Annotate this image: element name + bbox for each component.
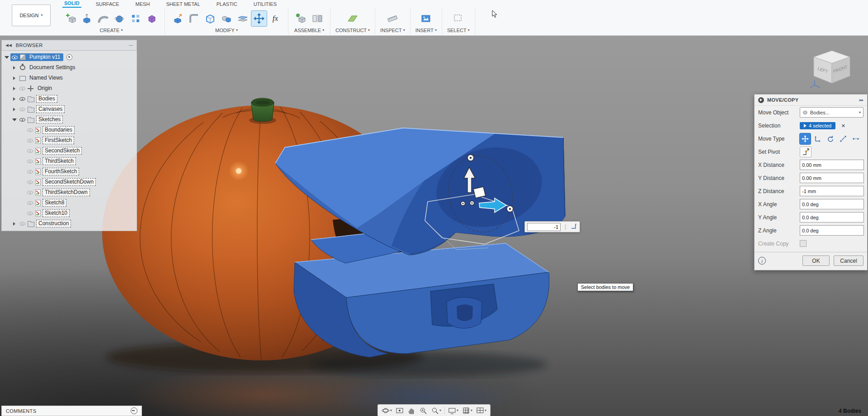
- view-cube[interactable]: LEFT FRONT: [808, 45, 858, 90]
- dialog-header[interactable]: MOVE/COPY ▸▸: [755, 95, 867, 106]
- move-type-free-move-button[interactable]: [800, 133, 811, 144]
- browser-tree-item[interactable]: Pumpkin v11: [2, 52, 137, 62]
- visibility-eye-icon[interactable]: [27, 148, 33, 154]
- visibility-eye-icon[interactable]: [19, 85, 26, 91]
- plane-move-handle[interactable]: [473, 187, 486, 198]
- construct-group-label[interactable]: CONSTRUCT▾: [335, 28, 370, 33]
- create-group-label[interactable]: CREATE▾: [100, 28, 123, 33]
- expand-arrow-icon[interactable]: [12, 86, 17, 91]
- expand-arrow-icon[interactable]: [20, 128, 24, 132]
- orbit-button[interactable]: ▾: [380, 406, 394, 415]
- move-object-dropdown[interactable]: Bodies... ▾: [800, 107, 863, 118]
- extrude-icon[interactable]: [79, 11, 94, 26]
- zoom-window-button[interactable]: ▾: [429, 406, 443, 415]
- field-input[interactable]: [800, 212, 864, 222]
- minimize-panel-icon[interactable]: —: [129, 43, 133, 47]
- move-type-point-to-position-button[interactable]: [850, 133, 861, 144]
- shell-icon[interactable]: [203, 11, 218, 26]
- tab-plastic[interactable]: PLASTIC: [215, 0, 239, 8]
- clear-selection-icon[interactable]: ×: [841, 123, 845, 129]
- expand-arrow-icon[interactable]: [20, 138, 24, 143]
- insert-canvas-icon[interactable]: [418, 11, 434, 26]
- grid-snap-button[interactable]: ▾: [460, 406, 474, 415]
- dock-dialog-icon[interactable]: ▸▸: [859, 98, 863, 102]
- expand-arrow-icon[interactable]: [20, 180, 24, 184]
- select-tool-icon[interactable]: [451, 11, 466, 26]
- combine-icon[interactable]: [219, 11, 234, 26]
- selection-count-badge[interactable]: 4 selected: [800, 122, 835, 129]
- tab-utilities[interactable]: UTILITIES: [252, 0, 278, 8]
- field-input[interactable]: [800, 199, 864, 209]
- collapse-comments-icon[interactable]: [131, 407, 137, 414]
- display-settings-button[interactable]: ▾: [446, 406, 460, 415]
- field-input[interactable]: [800, 173, 864, 183]
- axis-toggle-icon[interactable]: [571, 222, 577, 231]
- offset-distance-input[interactable]: [527, 223, 561, 231]
- browser-tree-item[interactable]: ThirdSketchDown: [2, 187, 137, 198]
- browser-tree-item[interactable]: SecondSketchDown: [2, 177, 137, 187]
- browser-tree-item[interactable]: FourthSketch: [2, 166, 137, 177]
- insert-group-label[interactable]: INSERT▾: [415, 28, 437, 33]
- browser-panel-header[interactable]: ◀◀ BROWSER —: [1, 40, 137, 51]
- expand-arrow-icon[interactable]: [12, 97, 17, 101]
- sweep-icon[interactable]: [95, 11, 111, 26]
- expand-arrow-icon[interactable]: [12, 118, 17, 122]
- tab-solid[interactable]: SOLID: [62, 0, 81, 8]
- parameters-fx-icon[interactable]: fx: [268, 11, 283, 26]
- expand-arrow-icon[interactable]: [20, 201, 24, 205]
- browser-tree-item[interactable]: Canvases: [2, 104, 137, 114]
- revolve-icon[interactable]: [112, 11, 127, 26]
- expand-arrow-icon[interactable]: [12, 222, 17, 226]
- visibility-eye-icon[interactable]: [27, 200, 33, 206]
- zoom-fit-button[interactable]: [417, 406, 429, 415]
- move-type-rotate-button[interactable]: [825, 133, 836, 144]
- browser-tree-item[interactable]: Sketch10: [2, 208, 137, 218]
- inspect-group-label[interactable]: INSPECT▾: [380, 28, 405, 33]
- info-icon[interactable]: i: [758, 257, 766, 265]
- expand-arrow-icon[interactable]: [20, 211, 24, 216]
- browser-tree-item[interactable]: Sketch8: [2, 198, 137, 208]
- cancel-button[interactable]: Cancel: [834, 255, 863, 266]
- browser-tree-item[interactable]: FirstSketch: [2, 135, 137, 146]
- visibility-eye-icon[interactable]: [27, 210, 33, 216]
- viewports-button[interactable]: ▾: [474, 406, 488, 415]
- new-component-icon[interactable]: [63, 11, 78, 26]
- browser-tree-item[interactable]: Origin: [2, 83, 137, 94]
- expand-arrow-icon[interactable]: [20, 149, 24, 153]
- visibility-eye-icon[interactable]: [19, 96, 26, 102]
- field-input[interactable]: [800, 225, 864, 236]
- ok-button[interactable]: OK: [802, 255, 830, 266]
- browser-tree-item[interactable]: Named Views: [2, 73, 137, 83]
- expand-arrow-icon[interactable]: [20, 170, 24, 174]
- visibility-eye-icon[interactable]: [27, 127, 33, 133]
- assemble-component-icon[interactable]: [293, 11, 309, 26]
- create-form-icon[interactable]: [144, 11, 160, 26]
- browser-tree-item[interactable]: Bodies: [2, 94, 137, 104]
- browser-tree-item[interactable]: Document Settings: [2, 62, 137, 73]
- create-copy-checkbox[interactable]: [800, 240, 807, 247]
- visibility-eye-icon[interactable]: [27, 137, 33, 143]
- press-pull-icon[interactable]: [170, 11, 185, 26]
- expand-arrow-icon[interactable]: [12, 76, 17, 80]
- visibility-eye-icon[interactable]: [27, 158, 33, 164]
- tab-sheet-metal[interactable]: SHEET METAL: [164, 0, 202, 8]
- field-input[interactable]: [800, 160, 864, 170]
- visibility-eye-icon[interactable]: [12, 54, 18, 60]
- select-group-label[interactable]: SELECT▾: [447, 28, 470, 33]
- field-input[interactable]: [800, 186, 864, 196]
- rotate-point-handle-top[interactable]: [467, 155, 474, 161]
- overflow-menu-icon[interactable]: ⋮: [563, 224, 568, 230]
- visibility-eye-icon[interactable]: [27, 189, 33, 195]
- pattern-icon[interactable]: [128, 11, 143, 26]
- construction-plane-icon[interactable]: [345, 11, 360, 26]
- collapse-panel-icon[interactable]: ◀◀: [5, 43, 12, 47]
- modify-group-label[interactable]: MODIFY▾: [215, 28, 238, 33]
- browser-tree-item[interactable]: SecondSketch: [2, 146, 137, 156]
- visibility-eye-icon[interactable]: [19, 106, 26, 112]
- activate-component-radio[interactable]: [66, 54, 72, 60]
- expand-arrow-icon[interactable]: [12, 66, 17, 70]
- visibility-eye-icon[interactable]: [19, 221, 26, 227]
- visibility-eye-icon[interactable]: [19, 117, 26, 123]
- visibility-eye-icon[interactable]: [27, 169, 33, 175]
- split-body-icon[interactable]: [235, 11, 250, 26]
